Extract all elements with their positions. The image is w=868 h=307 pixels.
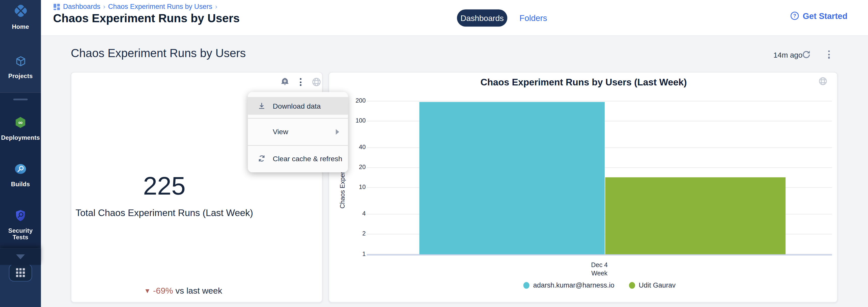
- sidebar-collapse-panel[interactable]: [0, 248, 41, 265]
- breadcrumb-link-dashboards[interactable]: Dashboards: [63, 3, 100, 10]
- grid-icon: [16, 268, 25, 277]
- download-icon: [257, 101, 266, 110]
- sidebar-item-security-tests[interactable]: Security Tests: [0, 209, 41, 241]
- chart-plot-area: [367, 94, 832, 255]
- dashboard-kebab-menu-button[interactable]: [826, 50, 832, 59]
- legend-label: Udit Gaurav: [639, 281, 676, 289]
- refresh-icon: [801, 49, 812, 60]
- last-refreshed-label: 14m ago: [773, 51, 802, 59]
- chevron-down-icon: [16, 254, 25, 259]
- legend-dot: [523, 282, 529, 288]
- sidebar-item-label: Deployments: [0, 134, 41, 141]
- menu-item-clear-cache-refresh[interactable]: Clear cache & refresh: [248, 145, 348, 172]
- y-tick-label: 4: [339, 210, 366, 217]
- sidebar-item-label: Security Tests: [0, 227, 41, 241]
- chart-legend: adarsh.kumar@harness.ioUdit Gaurav: [367, 281, 832, 289]
- menu-item-view[interactable]: View: [248, 118, 348, 144]
- sidebar-item-label: Home: [0, 23, 41, 30]
- shield-magnifier-icon: [14, 209, 27, 222]
- breadcrumb-separator: ›: [103, 3, 105, 10]
- svg-text:?: ?: [793, 13, 796, 19]
- harness-logo-icon: [13, 3, 28, 18]
- help-circle-icon: ?: [790, 11, 799, 21]
- sidebar-item-label: Builds: [0, 181, 41, 187]
- dashboard-heading: Chaos Experiment Runs by Users: [71, 47, 246, 60]
- stat-value: 225: [71, 173, 257, 198]
- menu-item-label: Clear cache & refresh: [273, 155, 342, 163]
- y-tick-label: 1: [339, 250, 366, 257]
- x-axis-line: [367, 254, 832, 255]
- stat-label: Total Chaos Experiment Runs (Last Week): [71, 208, 257, 219]
- sidebar-item-builds[interactable]: Builds: [0, 163, 41, 188]
- delta-value: -69%: [153, 286, 173, 296]
- breadcrumb: Dashboards › Chaos Experiment Runs by Us…: [53, 3, 217, 10]
- sidebar-item-deployments[interactable]: ∞ Deployments: [0, 116, 41, 141]
- refresh-button[interactable]: [801, 49, 812, 60]
- top-header: Dashboards › Chaos Experiment Runs by Us…: [41, 0, 868, 36]
- breadcrumb-link-current[interactable]: Chaos Experiment Runs by Users: [108, 3, 212, 10]
- delta-suffix: vs last week: [176, 286, 222, 296]
- tab-dashboards[interactable]: Dashboards: [457, 9, 507, 27]
- chart-tile: Chaos Experiment Runs by Users (Last Wee…: [329, 72, 838, 303]
- cycle-icon: [257, 154, 266, 163]
- dashboards-grid-icon: [53, 3, 61, 10]
- chart-title: Chaos Experiment Runs by Users (Last Wee…: [329, 77, 838, 88]
- bar-series-0[interactable]: [419, 102, 604, 254]
- legend-item[interactable]: adarsh.kumar@harness.io: [523, 281, 614, 289]
- tile-context-menu: Download data View Clear cache & refresh: [248, 92, 348, 172]
- globe-icon[interactable]: [312, 77, 321, 87]
- alert-bell-icon[interactable]: [280, 77, 290, 87]
- module-grid-button[interactable]: [9, 264, 32, 281]
- get-started-button[interactable]: ? Get Started: [790, 11, 847, 21]
- submenu-arrow-icon: [336, 129, 339, 134]
- legend-label: adarsh.kumar@harness.io: [533, 281, 615, 289]
- y-tick-label: 2: [339, 230, 366, 237]
- page-title: Chaos Experiment Runs by Users: [53, 11, 240, 25]
- sidebar-item-projects[interactable]: Projects: [0, 55, 41, 79]
- menu-item-label: View: [273, 127, 288, 136]
- menu-item-label: Download data: [273, 102, 320, 110]
- legend-dot: [629, 282, 635, 288]
- x-axis-title: Week: [367, 270, 832, 276]
- sidebar-item-label: Projects: [0, 73, 41, 79]
- menu-item-download-data[interactable]: Download data: [248, 97, 348, 115]
- app-root: Home Projects ∞ Deployments Builds Secur…: [0, 0, 868, 307]
- get-started-label: Get Started: [803, 11, 847, 21]
- globe-icon[interactable]: [818, 77, 828, 88]
- tab-folders[interactable]: Folders: [519, 9, 547, 27]
- stat-delta: ▼ -69% vs last week: [71, 286, 295, 296]
- x-tick-label: Dec 4: [367, 261, 832, 268]
- sidebar-drag-handle[interactable]: [13, 99, 28, 100]
- breadcrumb-separator: ›: [215, 3, 217, 10]
- sidebar: Home Projects ∞ Deployments Builds Secur…: [0, 0, 41, 307]
- bar-series-1[interactable]: [605, 178, 785, 254]
- svg-text:∞: ∞: [19, 119, 23, 126]
- delta-down-icon: ▼: [144, 287, 151, 295]
- stat-block: 225 Total Chaos Experiment Runs (Last We…: [71, 173, 257, 219]
- build-magnifier-icon: [14, 163, 27, 176]
- stat-tile-toolbar: [280, 77, 321, 87]
- gridline: [367, 101, 832, 101]
- sidebar-item-home[interactable]: Home: [0, 3, 41, 30]
- y-tick-label: 10: [339, 184, 366, 190]
- cube-icon: [14, 55, 27, 67]
- tile-kebab-menu-button[interactable]: [297, 77, 305, 87]
- infinity-hexagon-icon: ∞: [14, 116, 27, 129]
- legend-item[interactable]: Udit Gaurav: [629, 281, 676, 289]
